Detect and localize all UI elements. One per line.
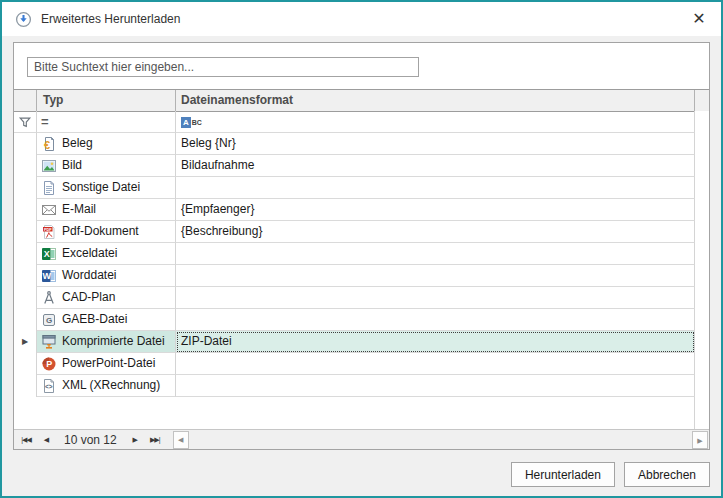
vertical-scrollbar-track (695, 309, 709, 331)
table-row[interactable]: ▶ Komprimierte Datei ZIP-Datei (14, 331, 709, 353)
footer: Herunterladen Abbrechen (511, 462, 710, 487)
format-cell[interactable]: {Empfaenger} (176, 199, 695, 221)
format-cell[interactable] (176, 375, 695, 397)
column-header-typ[interactable]: Typ (37, 90, 176, 112)
column-header-indicator (14, 90, 37, 112)
hscroll-right-button[interactable]: ▶ (692, 431, 708, 449)
row-indicator (14, 243, 37, 265)
svg-text:€: € (44, 139, 50, 151)
format-cell[interactable]: ZIP-Datei (176, 331, 695, 353)
grid-header-row: Typ Dateinamensformat (14, 89, 709, 111)
typ-filter-cell[interactable]: = (37, 111, 176, 133)
row-indicator (14, 177, 37, 199)
compressed-icon (41, 334, 57, 350)
table-row[interactable]: <> XML (XRechnung) (14, 375, 709, 397)
hscroll-track[interactable] (189, 431, 709, 449)
typ-label: Beleg (62, 133, 93, 154)
first-page-button[interactable]: |◀◀ (16, 431, 36, 449)
format-cell[interactable] (176, 309, 695, 331)
dialog-title: Erweitertes Herunterladen (41, 12, 180, 26)
vertical-scrollbar-track (695, 375, 709, 397)
table-row[interactable]: P PowerPoint-Datei (14, 353, 709, 375)
typ-label: Worddatei (62, 265, 116, 286)
typ-cell[interactable]: E-Mail (37, 199, 176, 221)
format-cell[interactable] (176, 353, 695, 375)
prev-page-button[interactable]: ◀ (36, 431, 56, 449)
word-icon: W (41, 268, 57, 284)
row-indicator (14, 133, 37, 155)
table-row[interactable]: X Exceldatei (14, 243, 709, 265)
vertical-scrollbar-track (695, 133, 709, 155)
powerpoint-icon: P (41, 356, 57, 372)
typ-cell[interactable]: PDF Pdf-Dokument (37, 221, 176, 243)
table-row[interactable]: W Worddatei (14, 265, 709, 287)
typ-cell[interactable]: Bild (37, 155, 176, 177)
format-cell[interactable]: Bildaufnahme (176, 155, 695, 177)
column-header-dateinamensformat[interactable]: Dateinamensformat (176, 90, 695, 112)
row-indicator (14, 353, 37, 375)
typ-label: PowerPoint-Datei (62, 353, 155, 374)
table-row[interactable]: Sonstige Datei (14, 177, 709, 199)
search-input[interactable] (27, 57, 419, 77)
header-corner (695, 90, 709, 112)
image-icon (41, 158, 57, 174)
format-cell[interactable] (176, 265, 695, 287)
typ-cell[interactable]: G GAEB-Datei (37, 309, 176, 331)
pdf-icon: PDF (41, 224, 57, 240)
format-value: Bildaufnahme (181, 158, 254, 172)
next-page-button[interactable]: ▶ (125, 431, 145, 449)
typ-cell[interactable]: P PowerPoint-Datei (37, 353, 176, 375)
envelope-icon (41, 202, 57, 218)
vertical-scrollbar-track (695, 331, 709, 353)
download-button[interactable]: Herunterladen (511, 462, 615, 487)
last-page-button[interactable]: ▶▶| (145, 431, 165, 449)
format-cell[interactable]: Beleg {Nr} (176, 133, 695, 155)
typ-cell[interactable]: X Exceldatei (37, 243, 176, 265)
format-value: {Empfaenger} (181, 202, 254, 216)
format-cell[interactable] (176, 243, 695, 265)
row-indicator (14, 309, 37, 331)
typ-label: Pdf-Dokument (62, 221, 139, 242)
table-row[interactable]: E-Mail {Empfaenger} (14, 199, 709, 221)
typ-label: Sonstige Datei (62, 177, 140, 198)
svg-text:X: X (44, 249, 50, 259)
format-cell[interactable] (176, 177, 695, 199)
format-cell[interactable] (176, 287, 695, 309)
close-icon: ✕ (692, 10, 705, 27)
table-row[interactable]: G GAEB-Datei (14, 309, 709, 331)
row-indicator (14, 221, 37, 243)
cancel-button[interactable]: Abbrechen (624, 462, 710, 487)
abc-filter-icon: ABC (181, 112, 202, 133)
equals-operator-icon: = (41, 111, 49, 132)
close-button[interactable]: ✕ (687, 8, 711, 30)
grid-empty-area (14, 397, 695, 429)
typ-cell[interactable]: € Beleg (37, 133, 176, 155)
table-row[interactable]: Bild Bildaufnahme (14, 155, 709, 177)
vertical-scrollbar-track (695, 199, 709, 221)
data-grid: Typ Dateinamensformat = ABC € Beleg (14, 89, 709, 429)
typ-cell[interactable]: Sonstige Datei (37, 177, 176, 199)
table-row[interactable]: PDF Pdf-Dokument {Beschreibung} (14, 221, 709, 243)
svg-text:G: G (46, 316, 52, 325)
row-indicator (14, 265, 37, 287)
typ-label: GAEB-Datei (62, 309, 127, 330)
vertical-scrollbar-track (695, 265, 709, 287)
typ-cell[interactable]: CAD-Plan (37, 287, 176, 309)
excel-icon: X (41, 246, 57, 262)
document-icon (41, 180, 57, 196)
row-indicator (14, 199, 37, 221)
typ-cell[interactable]: Komprimierte Datei (37, 331, 176, 353)
dialog-window: Erweitertes Herunterladen ✕ Typ Dateinam… (0, 0, 723, 498)
format-cell[interactable]: {Beschreibung} (176, 221, 695, 243)
typ-cell[interactable]: W Worddatei (37, 265, 176, 287)
vertical-scrollbar-track (695, 111, 709, 133)
table-row[interactable]: CAD-Plan (14, 287, 709, 309)
format-filter-cell[interactable]: ABC (176, 111, 695, 133)
pager-text: 10 von 12 (64, 433, 117, 447)
hscroll-left-button[interactable]: ◀ (173, 431, 189, 449)
vertical-scrollbar-track (695, 287, 709, 309)
typ-cell[interactable]: <> XML (XRechnung) (37, 375, 176, 397)
vertical-scrollbar-track (695, 177, 709, 199)
row-indicator (14, 375, 37, 397)
table-row[interactable]: € Beleg Beleg {Nr} (14, 133, 709, 155)
